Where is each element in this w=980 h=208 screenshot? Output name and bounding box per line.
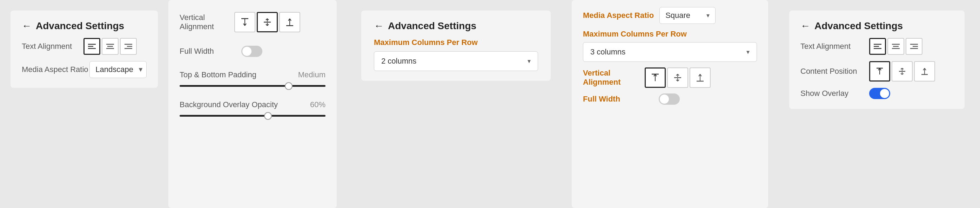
panel-3-title: ← Advanced Settings xyxy=(374,20,538,32)
media-aspect-ratio-label-4: Media Aspect Ratio xyxy=(583,11,654,20)
max-columns-section-4: Maximum Columns Per Row 3 columns ▾ xyxy=(583,29,757,62)
bg-overlay-opacity-label-row: Background Overlay Opacity 60% xyxy=(180,100,326,109)
align-center-btn-5[interactable] xyxy=(888,38,904,55)
media-aspect-ratio-label-1: Media Aspect Ratio xyxy=(22,65,84,74)
toggle-knob-5 xyxy=(880,89,889,98)
max-columns-section-3: Maximum Columns Per Row 2 columns ▾ xyxy=(374,38,538,71)
max-columns-arrow-3: ▾ xyxy=(528,57,531,65)
dropdown-arrow-icon-1: ▼ xyxy=(137,66,144,74)
content-position-group-5 xyxy=(869,61,935,82)
full-width-row-2: Full Width xyxy=(180,46,326,57)
top-bottom-padding-label-row: Top & Bottom Padding Medium xyxy=(180,70,326,79)
max-columns-value-4: 3 columns xyxy=(590,48,625,56)
content-position-label-5: Content Position xyxy=(800,67,864,76)
panel-2: Vertical Alignment xyxy=(169,0,337,208)
content-pos-top-btn-5[interactable] xyxy=(869,61,890,82)
content-position-row-5: Content Position xyxy=(800,61,953,82)
top-bottom-padding-slider-2[interactable] xyxy=(180,85,326,87)
text-align-group-1 xyxy=(83,38,137,55)
vert-align-bottom-btn-4[interactable] xyxy=(690,67,711,88)
media-aspect-ratio-row-4: Media Aspect Ratio Square ▾ xyxy=(583,7,757,24)
vertical-alignment-label-4: Vertical Alignment xyxy=(583,69,639,87)
top-bottom-padding-value-2: Medium xyxy=(298,70,326,79)
back-arrow-icon-5[interactable]: ← xyxy=(800,20,810,32)
max-columns-value-3: 2 columns xyxy=(381,56,416,66)
max-columns-arrow-4: ▾ xyxy=(746,48,749,56)
text-alignment-label-5: Text Alignment xyxy=(800,42,864,51)
content-pos-middle-btn-5[interactable] xyxy=(892,61,913,82)
content-pos-bottom-btn-5[interactable] xyxy=(914,61,935,82)
panel-5-title-text: Advanced Settings xyxy=(815,20,903,32)
toggle-knob-2 xyxy=(242,47,251,56)
show-overlay-label-5: Show Overlay xyxy=(800,89,864,98)
panel-3-title-text: Advanced Settings xyxy=(388,20,476,32)
full-width-toggle-2[interactable] xyxy=(241,46,262,57)
bg-overlay-opacity-value-2: 60% xyxy=(310,100,326,109)
vert-align-middle-btn-2[interactable] xyxy=(257,12,278,32)
vert-align-top-btn-4[interactable] xyxy=(645,67,666,88)
text-align-group-5 xyxy=(869,38,923,55)
bg-overlay-opacity-thumb-2[interactable] xyxy=(264,112,272,120)
max-columns-dropdown-3[interactable]: 2 columns ▾ xyxy=(374,51,538,71)
media-aspect-ratio-value-4: Square xyxy=(665,11,690,20)
bg-overlay-opacity-slider-2[interactable] xyxy=(180,115,326,117)
max-columns-label-3: Maximum Columns Per Row xyxy=(374,38,538,47)
max-columns-label-4: Maximum Columns Per Row xyxy=(583,29,757,38)
align-right-btn-5[interactable] xyxy=(906,38,923,55)
panel-5-title: ← Advanced Settings xyxy=(800,20,953,32)
top-bottom-padding-label-2: Top & Bottom Padding xyxy=(180,70,256,79)
media-aspect-ratio-arrow-4: ▾ xyxy=(706,11,710,19)
align-center-btn-1[interactable] xyxy=(102,38,119,55)
text-alignment-label-1: Text Alignment xyxy=(22,42,78,51)
back-arrow-icon-3[interactable]: ← xyxy=(374,20,384,32)
align-left-btn-5[interactable] xyxy=(869,38,886,55)
bg-overlay-opacity-label-2: Background Overlay Opacity xyxy=(180,100,278,109)
panel-5: ← Advanced Settings Text Alignment Conte… xyxy=(789,11,964,109)
vertical-alignment-label-2: Vertical Alignment xyxy=(180,13,229,31)
align-left-btn-1[interactable] xyxy=(83,38,100,55)
vert-align-middle-btn-4[interactable] xyxy=(667,67,688,88)
top-bottom-padding-thumb-2[interactable] xyxy=(285,82,293,90)
vertical-alignment-row-2: Vertical Alignment xyxy=(180,12,326,32)
full-width-row-4: Full Width xyxy=(583,93,757,105)
panel-1-title-text: Advanced Settings xyxy=(36,20,124,32)
show-overlay-toggle-5[interactable] xyxy=(869,88,890,99)
vert-align-group-4 xyxy=(645,67,711,88)
vert-align-top-btn-2[interactable] xyxy=(234,12,255,32)
text-alignment-row-5: Text Alignment xyxy=(800,38,953,55)
vertical-alignment-row-4: Vertical Alignment xyxy=(583,67,757,88)
toggle-knob-4 xyxy=(660,94,669,104)
media-aspect-ratio-row-1: Media Aspect Ratio Landscape ▼ xyxy=(22,61,146,78)
full-width-label-2: Full Width xyxy=(180,47,236,56)
align-right-btn-1[interactable] xyxy=(120,38,137,55)
max-columns-dropdown-4[interactable]: 3 columns ▾ xyxy=(583,42,757,62)
media-aspect-ratio-value-1: Landscape xyxy=(95,65,133,74)
panel-1-title: ← Advanced Settings xyxy=(22,20,146,32)
panel-4: Media Aspect Ratio Square ▾ Maximum Colu… xyxy=(572,0,768,208)
full-width-label-4: Full Width xyxy=(583,94,653,104)
back-arrow-icon-1[interactable]: ← xyxy=(22,20,32,32)
panel-3: ← Advanced Settings Maximum Columns Per … xyxy=(361,11,551,81)
panel-1: ← Advanced Settings Text Alignment Media… xyxy=(11,11,158,88)
media-aspect-ratio-dropdown-1[interactable]: Landscape ▼ xyxy=(89,61,146,78)
media-aspect-ratio-dropdown-4[interactable]: Square ▾ xyxy=(659,7,716,24)
bg-overlay-opacity-container-2: Background Overlay Opacity 60% xyxy=(180,100,326,117)
vert-align-bottom-btn-2[interactable] xyxy=(279,12,300,32)
full-width-toggle-4[interactable] xyxy=(659,93,680,105)
text-alignment-row-1: Text Alignment xyxy=(22,38,146,55)
vert-align-group-2 xyxy=(234,12,300,32)
show-overlay-row-5: Show Overlay xyxy=(800,88,953,99)
top-bottom-padding-container-2: Top & Bottom Padding Medium xyxy=(180,70,326,87)
